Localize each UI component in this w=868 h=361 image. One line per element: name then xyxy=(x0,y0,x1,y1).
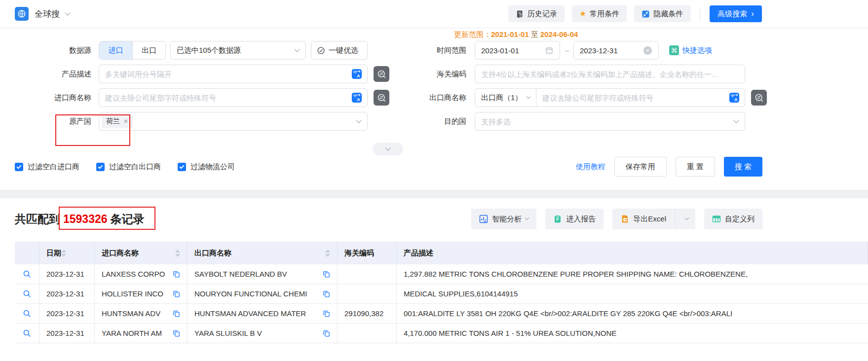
header-importer[interactable]: 进口商名称 xyxy=(95,242,188,264)
reset-button[interactable]: 重 置 xyxy=(676,157,715,177)
quick-options-link[interactable]: ⌘ 快捷选项 xyxy=(669,41,712,60)
copy-icon[interactable] xyxy=(323,310,330,317)
filter-checkboxes: 过滤空白进口商 过滤空白出口商 过滤物流公司 xyxy=(15,162,235,172)
copy-icon[interactable] xyxy=(173,329,180,337)
update-range-label: 更新范围： xyxy=(454,30,491,38)
filter-label: 过滤物流公司 xyxy=(190,162,235,172)
row-detail-cell xyxy=(15,304,39,323)
exporter-cell: NOURYON FUNCTIONAL CHEMI xyxy=(188,284,338,303)
row-detail-cell xyxy=(15,284,39,303)
remove-tag-icon[interactable]: ✕ xyxy=(123,118,128,125)
product-cell: 4,170.000 METRIC TONS AIR 1 - 51% UREA S… xyxy=(397,324,868,343)
translate-icon[interactable]: 中A xyxy=(351,92,367,103)
svg-text:A: A xyxy=(357,73,360,78)
header-date[interactable]: 日期 xyxy=(39,242,95,264)
magnifier-icon[interactable] xyxy=(23,329,31,337)
magnifier-icon[interactable] xyxy=(23,270,31,278)
product-desc-field[interactable]: 中A xyxy=(99,65,368,83)
checkbox-checked-icon xyxy=(178,163,186,171)
fuzzy-match-toggle-icon[interactable] xyxy=(751,90,767,106)
destination-country-input[interactable] xyxy=(475,112,728,130)
copy-icon[interactable] xyxy=(173,290,180,297)
date-to-input[interactable] xyxy=(574,41,637,59)
exporter-field[interactable]: 出口商（1） 中A xyxy=(475,88,745,107)
filter-logistics-checkbox[interactable]: 过滤物流公司 xyxy=(178,162,235,172)
date-cell: 2023-12-31 xyxy=(39,284,95,303)
hide-conditions-label: 隐藏条件 xyxy=(653,9,683,19)
product-cell: 001:ARALDITE LY 3581 OH 220KG Q4E <br/>0… xyxy=(397,304,868,323)
hs-code-cell xyxy=(338,284,397,303)
chevron-down-icon xyxy=(294,46,300,52)
hs-code-input[interactable] xyxy=(475,65,745,83)
date-from-field[interactable] xyxy=(475,41,560,60)
sort-icon[interactable] xyxy=(61,250,66,257)
importer-input[interactable] xyxy=(99,89,351,107)
hs-code-field[interactable] xyxy=(475,65,745,83)
tutorial-link[interactable]: 使用教程 xyxy=(576,162,605,172)
clear-date-icon[interactable]: ✕ xyxy=(643,46,652,55)
copy-icon[interactable] xyxy=(173,310,180,317)
importer-field[interactable]: 中A xyxy=(99,88,368,107)
magnifier-icon[interactable] xyxy=(23,309,31,318)
results-count: 1593326 xyxy=(60,213,111,225)
product-desc-input[interactable] xyxy=(99,65,351,83)
svg-text:BI: BI xyxy=(484,220,487,223)
filter-blank-exporter-checkbox[interactable]: 过滤空白出口商 xyxy=(96,162,161,172)
translate-icon[interactable]: 中A xyxy=(729,92,745,103)
hide-conditions-button[interactable]: 隐藏条件 xyxy=(634,5,690,22)
tab-export[interactable]: 出口 xyxy=(132,41,165,59)
fuzzy-match-toggle-icon[interactable] xyxy=(374,66,389,82)
row-detail-cell xyxy=(15,324,39,343)
sort-icon[interactable] xyxy=(175,250,180,257)
data-source-select[interactable]: 已选中105个数据源 xyxy=(170,41,306,60)
copy-icon[interactable] xyxy=(323,290,330,297)
custom-columns-button[interactable]: 自定义列 xyxy=(704,209,762,229)
bi-chart-icon: BI xyxy=(479,215,488,223)
exporter-type-select[interactable]: 出口商（1） xyxy=(475,89,536,107)
sort-icon[interactable] xyxy=(325,250,330,257)
tab-import[interactable]: 进口 xyxy=(99,41,132,59)
chevron-down-icon xyxy=(356,117,361,123)
favorites-button[interactable]: ★ 常用条件 xyxy=(572,5,627,22)
copy-icon[interactable] xyxy=(173,270,180,278)
save-conditions-button[interactable]: 保存常用 xyxy=(614,157,667,177)
smart-analysis-button[interactable]: BI 智能分析 xyxy=(471,209,536,229)
history-label: 历史记录 xyxy=(528,9,557,19)
export-excel-button[interactable]: 导出Excel xyxy=(612,209,695,229)
translate-icon[interactable]: 中A xyxy=(351,69,367,79)
date-cell: 2023-12-31 xyxy=(39,264,95,284)
fuzzy-match-toggle-icon[interactable] xyxy=(374,90,389,106)
app-switch-chevron-down-icon[interactable] xyxy=(65,10,70,15)
date-to-field[interactable]: ✕ xyxy=(573,41,659,60)
one-click-optimize-button[interactable]: 一键优选 xyxy=(311,41,368,60)
copy-icon[interactable] xyxy=(323,329,330,337)
star-icon: ★ xyxy=(579,10,586,18)
update-range-to-word: 至 xyxy=(529,30,540,38)
smart-analysis-label: 智能分析 xyxy=(492,215,522,224)
command-icon: ⌘ xyxy=(669,45,679,55)
advanced-search-button[interactable]: 高级搜索 › xyxy=(710,5,762,22)
table-row: 2023-12-31 YARA NORTH AM YARA SLUISKIL B… xyxy=(15,324,868,343)
destination-country-select[interactable] xyxy=(475,112,745,131)
data-source-tabs: 进口 出口 xyxy=(99,41,166,60)
columns-grid-icon xyxy=(712,215,721,223)
button-divider xyxy=(675,209,676,229)
magnifier-icon[interactable] xyxy=(23,289,31,298)
form-actions: 使用教程 保存常用 重 置 搜 索 xyxy=(576,157,762,177)
header-exporter[interactable]: 出口商名称 xyxy=(188,242,338,264)
search-button[interactable]: 搜 索 xyxy=(724,157,762,177)
date-from-input[interactable] xyxy=(475,41,539,59)
app-logo-globe-icon[interactable] xyxy=(15,7,29,21)
origin-country-select[interactable]: 荷兰 ✕ xyxy=(99,112,368,131)
collapse-form-button[interactable] xyxy=(373,143,403,155)
copy-icon[interactable] xyxy=(323,270,330,278)
export-options-chevron[interactable] xyxy=(680,218,695,219)
exporter-input[interactable] xyxy=(536,89,729,107)
exporter-label: 出口商名称 xyxy=(397,88,466,107)
enter-report-button[interactable]: 进入报告 xyxy=(545,209,604,229)
history-button[interactable]: 历史记录 xyxy=(508,5,565,22)
header-detail-column xyxy=(15,242,39,264)
filter-blank-importer-checkbox[interactable]: 过滤空白进口商 xyxy=(15,162,79,172)
advanced-search-label: 高级搜索 xyxy=(717,9,747,19)
collapse-icon xyxy=(642,10,650,18)
